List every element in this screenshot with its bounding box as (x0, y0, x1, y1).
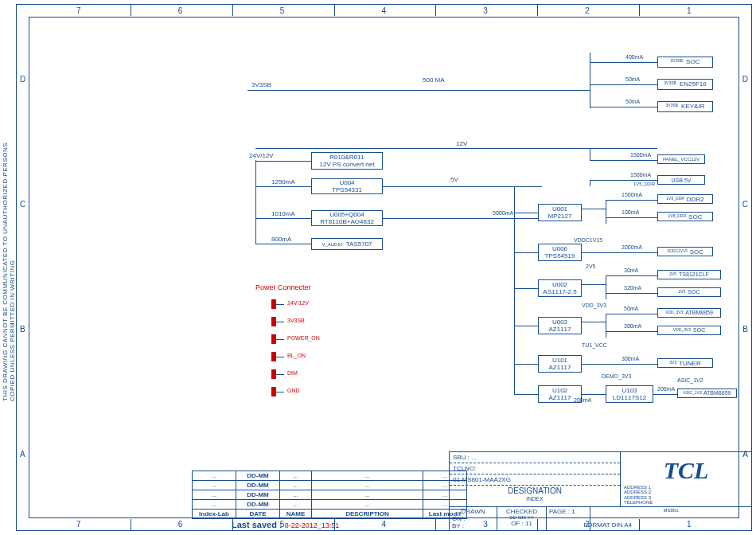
conn-pin-24V/12V: 24V/12V (287, 300, 309, 306)
confidentiality-note: THIS DRAWING CANNOT BE COMMUNICATED TO U… (2, 134, 16, 401)
zone-top-5: 5 (280, 6, 285, 15)
cur-u101: 300mA (622, 356, 639, 361)
cur-1250: 1250mA (271, 178, 295, 185)
rail-12v: 12V (456, 140, 467, 147)
zone-left-C: C (742, 200, 748, 209)
outer-frame: 7654321 7654321 DCBA DCBA 3V3SB 500 MA 4… (16, 4, 752, 531)
block-panelvcc: PANEL_VCC12V (657, 154, 705, 164)
cur-usb5v: 1500mA (630, 172, 651, 178)
zone-left-A: A (20, 450, 25, 459)
cur-u103: 200mA (657, 386, 675, 392)
rail-2v5: 2V5 (586, 264, 595, 269)
block-u001-0: 1V5_DDRDDR2 (657, 194, 713, 204)
zone-left-D: D (20, 75, 25, 84)
title-block: SBU : ... TCLNO: 01-MS801-MAA2XG DESIGNA… (449, 451, 751, 530)
cur-1500: 1500mA (630, 152, 651, 158)
conn-pin-BL_ON: BL_ON (287, 353, 306, 358)
zone-top-7: 7 (76, 6, 81, 15)
zone-top-4: 4 (382, 520, 387, 529)
cur-800: 800mA (271, 236, 291, 243)
revision-table: ...DD-MM............DD-MM............DD-… (192, 471, 467, 520)
block-soc: 3V3SBSOC (657, 57, 713, 68)
block-usb5v: USB 5V (657, 175, 705, 185)
block-u101: U101AZ1117 (538, 355, 582, 373)
block-u001-1: 1V8_DDRSOC (657, 212, 713, 221)
block-u003: U003AZ1117 (538, 317, 582, 334)
conn-pin-DIM: DIM (287, 370, 298, 376)
conn-pin-POWER_ON: POWER_ON (287, 335, 320, 341)
format-label: FORMAT DIN A4 (583, 521, 632, 529)
zone-top-6: 6 (178, 6, 183, 15)
rail-24v12v: 24V/12V (249, 152, 274, 159)
zone-left-D: D (742, 75, 748, 84)
block-r010: R010&R01112V PS convert net (311, 152, 383, 170)
cur-u102: 200mA (574, 397, 591, 403)
zone-top-2: 2 (585, 6, 590, 15)
block-u001: U001MP2127 (538, 204, 582, 221)
cur-1010: 1010mA (271, 210, 295, 217)
block-en25f16: 3V3SBEN25F16 (657, 79, 713, 90)
label-500ma: 500 MA (423, 76, 445, 84)
zone-left-B: B (742, 325, 748, 334)
last-saved: Last saved : 8-22-2012_13:51 (232, 520, 339, 529)
tag-1v5ddr: 1V5_DDR (633, 182, 655, 186)
block-u003-1: VDD_3V3SOC (657, 326, 721, 335)
rail-tu1vcc: TU1_VCC (582, 342, 607, 348)
rail-5v: 5V (450, 176, 458, 183)
block-u006: U006TPS54519 (538, 244, 582, 261)
block-u005: U005+Q004RT8110B+AO4832 (311, 210, 383, 226)
rail-vdd3v3: VDD_3V3 (582, 303, 606, 308)
zone-top-1: 1 (687, 6, 692, 15)
rail-asic1v2: ASIC_1V2 (677, 377, 703, 383)
zone-top-6: 6 (178, 520, 183, 529)
rail-vddc: VDDC1V15 (574, 237, 602, 243)
block-u103: U103LD1117S12 (606, 385, 653, 403)
zone-left-C: C (20, 200, 25, 209)
conn-pin-3V3SB: 3V3SB (287, 318, 305, 323)
block-u004: U004TPS54331 (311, 178, 383, 194)
rail-3v3sb: 3V3SB (251, 81, 271, 88)
rail-demo3v3: DEMO_3V3 (602, 373, 631, 379)
block-u002: U002AS1117-2.5 (538, 279, 582, 297)
zone-left-B: B (20, 325, 25, 334)
block-u003-0: VDD_3V3ATBM8859 (657, 308, 721, 318)
block-tas: V_AUDIOTAS5707 (311, 238, 383, 250)
cur-u006: 2000mA (622, 244, 642, 250)
power-connecter-title: Power Connecter (255, 283, 311, 291)
block-tuner: 3V3TUNER (657, 358, 713, 368)
zone-top-3: 3 (483, 6, 488, 15)
tcl-logo: TCL (664, 457, 709, 483)
block-u002-1: 2V5SOC (657, 287, 721, 297)
block-key&ir: 3V3SBKEY&IR (657, 101, 713, 112)
block-atbm-asic: ASIC_1V2ATBM8859 (677, 389, 737, 398)
block-u006-soc: VDDC1V15SOC (657, 247, 713, 256)
cur-5000: 5000mA (493, 210, 513, 216)
zone-top-7: 7 (76, 520, 81, 529)
block-u002-0: 2V5TS8121CLF (657, 270, 721, 279)
conn-pin-GND: GND (287, 388, 300, 393)
zone-top-4: 4 (382, 6, 387, 15)
